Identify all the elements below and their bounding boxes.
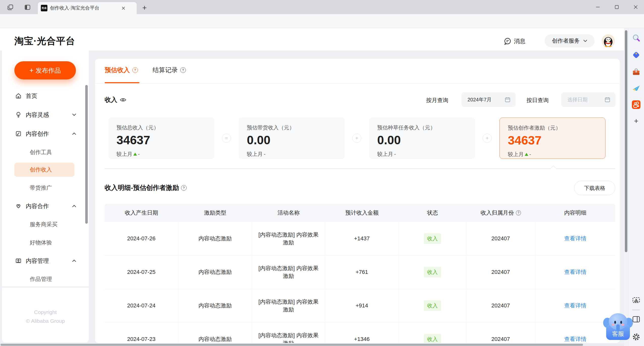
messages-label: 消息	[514, 37, 525, 45]
search-icon[interactable]	[632, 34, 641, 43]
compare-suffix: -	[529, 151, 531, 157]
col-header: 收入产生日期	[105, 204, 178, 222]
new-tab-button[interactable]: +	[140, 4, 149, 12]
main-content-card: 预估收入 ? 结算记录 ? 收入 按月查询 按日查询 预估总收入（元） 3463…	[95, 59, 620, 343]
stat-card-sales-income[interactable]: 预估带货收入（元） 0.00 较上月-	[239, 118, 345, 159]
view-detail-link[interactable]: 查看详情	[564, 235, 587, 242]
cell-type: 内容动态激励	[178, 255, 252, 289]
elephant-cheek	[621, 324, 624, 326]
calendar-icon[interactable]	[505, 97, 511, 103]
cell-amount: +1437	[325, 222, 399, 255]
stat-value: 0.00	[377, 133, 467, 147]
add-sidebar-item-icon[interactable]: +	[632, 117, 641, 126]
stat-card-total-income[interactable]: 预估总收入（元） 34637 较上月-	[108, 118, 214, 159]
cell-activity: [内容动态激励] 内容效果激励	[256, 331, 321, 343]
stat-card-creator-incentive[interactable]: 预估创作者激励（元） 34637 较上月-	[500, 118, 605, 159]
tab-title: 创作收入·淘宝光合平台	[50, 5, 118, 11]
help-icon[interactable]: ?	[181, 185, 187, 191]
col-header-label: 收入归属月份	[481, 209, 514, 217]
messages-button[interactable]: 消息	[504, 37, 525, 45]
stat-label: 预估总收入（元）	[116, 124, 206, 131]
sidebar-item-label: 内容创作	[26, 130, 49, 138]
window-minimize-button[interactable]	[592, 2, 604, 12]
shopping-icon[interactable]	[632, 50, 641, 60]
elephant-head-icon	[609, 313, 627, 330]
plus-icon: +	[30, 66, 34, 74]
sidebar-item-product-trial[interactable]: 好物体验	[10, 237, 81, 249]
sidebar-item-label: 内容合作	[26, 202, 49, 210]
workspaces-icon[interactable]	[7, 4, 14, 11]
customer-service-widget[interactable]: 客服	[603, 312, 633, 341]
sidebar-item-label: 作品管理	[30, 275, 52, 283]
table-row: 2024-07-25 内容动态激励 [内容动态激励] 内容效果激励 +761 收…	[105, 255, 615, 289]
stat-card-seeding-task-income[interactable]: 预估种草任务收入（元） 0.00 较上月-	[369, 118, 475, 159]
sidebar-item-inspiration[interactable]: 内容灵感	[10, 109, 81, 121]
calendar-icon[interactable]	[604, 97, 610, 103]
cell-type: 内容动态激励	[178, 323, 252, 343]
elephant-cheek	[612, 324, 615, 326]
compare-suffix: -	[138, 151, 140, 157]
eye-icon[interactable]	[120, 97, 126, 102]
toolbox-icon[interactable]	[632, 67, 641, 76]
home-icon	[15, 93, 22, 99]
cell-amount: +761	[325, 255, 399, 289]
stat-value: 34637	[116, 133, 206, 147]
publish-work-button[interactable]: + 发布作品	[14, 61, 76, 79]
user-avatar[interactable]	[602, 34, 615, 47]
status-badge: 收入	[424, 267, 441, 277]
cell-date: 2024-07-26	[105, 222, 178, 255]
month-query-label: 按月查询	[426, 97, 448, 104]
send-icon[interactable]	[632, 84, 641, 93]
browser-tab[interactable]: 光合 创作收入·淘宝光合平台	[38, 2, 137, 14]
tab-close-icon[interactable]	[120, 4, 127, 12]
cell-date: 2024-07-25	[105, 255, 178, 289]
tab-strip: 光合 创作收入·淘宝光合平台 +	[0, 0, 644, 14]
sidebar-item-creation[interactable]: 内容创作	[10, 128, 81, 140]
divider	[95, 83, 620, 83]
stat-label: 预估创作者激励（元）	[508, 124, 597, 131]
sidebar-item-works-management[interactable]: 作品管理	[10, 273, 81, 285]
sidebar-item-cooperation[interactable]: 内容合作	[10, 200, 81, 212]
col-header: 激励类型	[178, 204, 252, 222]
help-icon[interactable]: ?	[132, 67, 138, 73]
tab-settlement-records[interactable]: 结算记录 ?	[153, 66, 186, 74]
view-detail-link[interactable]: 查看详情	[564, 335, 587, 343]
sidebar-item-creation-tools[interactable]: 创作工具	[10, 146, 81, 158]
sidebar-item-service-purchase[interactable]: 服务商采买	[10, 218, 81, 230]
sidebar-item-home[interactable]: 首页	[10, 90, 81, 102]
sidebar-item-content-management[interactable]: 内容管理	[10, 255, 81, 267]
kuaishou-icon[interactable]	[632, 100, 641, 109]
window-maximize-button[interactable]	[610, 2, 623, 12]
sidebar-item-creation-income[interactable]: 创作收入	[10, 164, 81, 176]
sidebar-scrollbar[interactable]	[85, 85, 88, 224]
elephant-eye	[614, 321, 616, 324]
col-header: 内容明细	[535, 204, 615, 222]
col-header: 活动名称	[252, 204, 325, 222]
tab-actions-icon[interactable]	[24, 4, 31, 11]
site-favicon: 光合	[41, 5, 47, 11]
compare-label: 较上月	[116, 151, 132, 158]
tab-estimated-income[interactable]: 预估收入 ?	[105, 66, 138, 74]
stat-label: 预估带货收入（元）	[247, 124, 337, 131]
operator-plus: +	[483, 134, 492, 143]
download-table-button[interactable]: 下载表格	[574, 181, 615, 195]
horizontal-scrollbar-thumb[interactable]	[1, 344, 583, 346]
help-icon[interactable]: ?	[180, 67, 186, 73]
window-close-button[interactable]	[629, 2, 642, 12]
creator-service-dropdown[interactable]: 创作者服务	[545, 34, 595, 47]
screenshot-icon[interactable]	[632, 296, 641, 305]
edge-sidebar-divider	[632, 310, 640, 310]
sidebar-item-label: 带货推广	[30, 184, 52, 192]
sidebar-item-promotion[interactable]: 带货推广	[10, 182, 81, 194]
help-icon[interactable]: ?	[516, 210, 521, 215]
site-logo[interactable]: 淘宝·光合平台	[14, 35, 75, 47]
table-row: 2024-07-23 内容动态激励 [内容动态激励] 内容效果激励 +1346 …	[105, 323, 615, 343]
view-detail-link[interactable]: 查看详情	[564, 268, 587, 276]
page-scrollbar-thumb[interactable]	[625, 30, 627, 252]
status-badge: 收入	[424, 233, 441, 244]
heart-hands-icon	[15, 203, 22, 209]
sidebar-item-label: 内容管理	[26, 257, 49, 265]
copyright-owner: © Alibaba Group	[2, 318, 89, 324]
view-detail-link[interactable]: 查看详情	[564, 302, 587, 309]
stat-value: 0.00	[247, 133, 337, 147]
